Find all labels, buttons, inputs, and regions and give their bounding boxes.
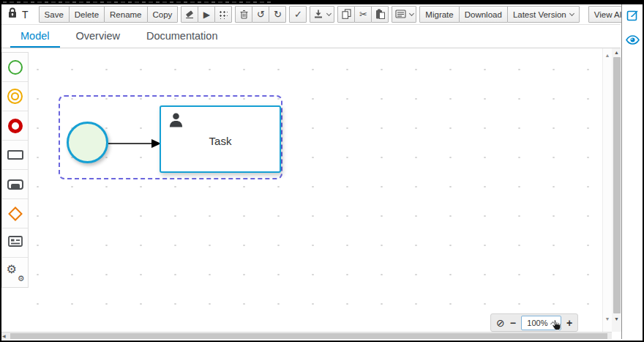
clipped-text-remnant — [3, 1, 272, 3]
form-generation-button[interactable] — [392, 6, 416, 23]
undo-icon: ↺ — [257, 10, 265, 19]
intermediate-event-icon — [7, 89, 23, 104]
horizontal-scrollbar[interactable]: ◀ — [1, 332, 612, 339]
run-process-button[interactable]: ▶ — [198, 6, 215, 23]
save-button[interactable]: Save — [39, 6, 70, 23]
start-event-node[interactable] — [67, 122, 108, 163]
tab-overview[interactable]: Overview — [66, 26, 130, 48]
zoom-level-value: 100% — [527, 319, 547, 327]
user-icon — [168, 112, 184, 132]
container-icon — [8, 236, 23, 250]
undo-button[interactable]: ↺ — [252, 6, 269, 23]
scroll-up-icon[interactable]: ▲ — [603, 53, 612, 58]
task-shape-icon — [7, 150, 23, 160]
end-event-icon — [8, 119, 23, 133]
palette-subprocesses[interactable] — [2, 170, 28, 199]
copy-element-button[interactable] — [337, 6, 355, 23]
shape-palette: ⚙ ⚙ — [1, 52, 29, 288]
check-icon: ✓ — [294, 10, 302, 19]
erase-button[interactable] — [181, 6, 198, 23]
paste-icon — [375, 9, 385, 21]
paste-element-button[interactable] — [371, 6, 389, 23]
scissors-icon: ✂ — [359, 10, 367, 19]
grid-view-button[interactable] — [214, 6, 232, 23]
vertical-scroll-thumb[interactable] — [613, 57, 621, 313]
download-icon — [313, 9, 323, 21]
play-icon: ▶ — [203, 10, 210, 19]
canvas-vertical-scrollbar[interactable]: ▲ ▼ — [602, 48, 612, 332]
right-rail — [622, 4, 643, 339]
redo-button[interactable]: ↻ — [269, 6, 286, 23]
copy-pages-icon — [342, 9, 351, 21]
version-dropdown-label: Latest Version — [513, 10, 566, 19]
circle-slash-icon: ⊘ — [496, 318, 505, 328]
minus-icon: − — [510, 318, 516, 328]
asset-lock: T — [7, 7, 29, 21]
palette-custom-tasks[interactable]: ⚙ ⚙ — [2, 258, 28, 287]
download-button[interactable]: Download — [459, 6, 508, 23]
migrate-button[interactable]: Migrate — [419, 6, 459, 23]
palette-containers[interactable] — [2, 228, 28, 258]
palette-end-events[interactable] — [2, 111, 28, 141]
zoom-level-dropdown[interactable]: 100% — [521, 316, 561, 330]
gears-icon: ⚙ ⚙ — [7, 264, 23, 280]
chevron-down-icon — [409, 10, 414, 15]
palette-intermediate-events[interactable] — [2, 82, 28, 111]
validate-button[interactable]: ✓ — [289, 6, 307, 23]
eraser-icon — [184, 9, 195, 21]
gateway-icon — [8, 207, 23, 221]
editor-toolbar: T Save Delete Rename Copy ▶ ↺ — [1, 4, 621, 25]
redo-icon: ↻ — [274, 10, 282, 19]
cut-element-button[interactable]: ✂ — [354, 6, 372, 23]
user-task-node[interactable]: Task — [160, 105, 281, 173]
trash-icon — [239, 9, 249, 21]
subprocess-icon — [7, 179, 23, 190]
process-designer-window: T Save Delete Rename Copy ▶ ↺ — [0, 0, 644, 342]
sequence-flow-connector[interactable] — [107, 136, 164, 151]
chevron-up-icon — [550, 321, 555, 326]
palette-tasks[interactable] — [2, 141, 28, 170]
scroll-left-icon[interactable]: ◀ — [2, 333, 6, 338]
chevron-down-icon — [326, 10, 332, 15]
window-top-strip — [0, 0, 644, 4]
zoom-controls: ⊘ − 100% + — [490, 313, 578, 332]
palette-gateways[interactable] — [2, 199, 28, 228]
delete-button[interactable]: Delete — [69, 6, 105, 23]
tab-model[interactable]: Model — [10, 26, 60, 48]
export-button[interactable] — [310, 6, 334, 23]
chevron-down-icon — [569, 10, 574, 15]
process-canvas[interactable]: Task ⊘ − 100% + — [29, 48, 602, 332]
palette-start-events[interactable] — [2, 53, 28, 82]
edit-pencil-icon[interactable] — [626, 9, 639, 24]
grid-icon — [219, 10, 228, 19]
horizontal-scroll-thumb[interactable] — [10, 333, 607, 339]
task-label: Task — [161, 135, 280, 147]
copy-button[interactable]: Copy — [147, 6, 179, 23]
scroll-up-icon[interactable]: ▲ — [612, 50, 621, 55]
lock-icon — [7, 7, 18, 21]
asset-title: T — [22, 9, 29, 21]
version-dropdown[interactable]: Latest Version — [507, 6, 580, 23]
preview-eye-icon[interactable] — [626, 34, 640, 48]
trash-button[interactable] — [235, 6, 252, 23]
plus-icon: + — [566, 318, 572, 328]
scroll-down-icon[interactable]: ▼ — [603, 316, 612, 321]
zoom-reset-button[interactable]: ⊘ — [496, 318, 505, 328]
rename-button[interactable]: Rename — [104, 6, 147, 23]
start-event-icon — [8, 60, 23, 75]
page-vertical-scrollbar[interactable]: ▲ ▼ — [612, 48, 621, 332]
editor-tabbar: Model Overview Documentation — [1, 25, 621, 48]
zoom-out-button[interactable]: − — [510, 318, 516, 328]
form-icon — [395, 10, 406, 20]
scroll-down-icon[interactable]: ▼ — [612, 316, 621, 321]
tab-documentation[interactable]: Documentation — [136, 26, 228, 48]
zoom-in-button[interactable]: + — [566, 318, 572, 328]
